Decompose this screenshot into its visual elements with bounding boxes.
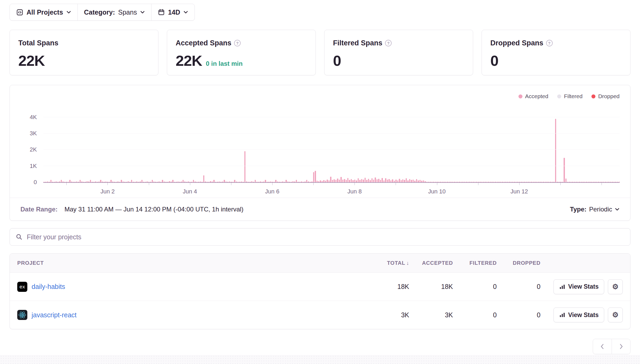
column-header-dropped[interactable]: Dropped — [497, 260, 540, 266]
chart-bar — [131, 180, 132, 182]
column-header-total[interactable]: Total↓ — [365, 260, 409, 266]
chart-bar — [224, 180, 225, 182]
table-row: ex daily-habits 18K 18K 0 0 View Stats ⚙ — [10, 273, 630, 301]
projects-table: Project Total↓ Accepted Filtered Dropped… — [10, 253, 630, 329]
chart-bar — [397, 180, 398, 182]
project-settings-button[interactable]: ⚙ — [608, 279, 623, 294]
x-tick — [437, 183, 437, 185]
chart-bar — [332, 180, 333, 182]
gridline — [43, 133, 620, 133]
legend-label: Accepted — [525, 93, 548, 99]
view-stats-button[interactable]: View Stats — [553, 279, 604, 294]
chart-bar — [50, 180, 51, 182]
page-background-texture — [0, 355, 640, 364]
type-label: Type: — [570, 206, 586, 213]
gridline — [43, 117, 620, 117]
x-tick-label: Jun 10 — [428, 188, 446, 195]
project-filter-label: All Projects — [27, 8, 63, 16]
filtered-cell: 0 — [453, 283, 497, 291]
chart-bar — [323, 180, 324, 182]
help-icon[interactable]: ? — [234, 40, 241, 46]
column-header-filtered[interactable]: Filtered — [453, 260, 497, 266]
chart-bar — [340, 177, 341, 182]
stat-cards-row: Total Spans 22K Accepted Spans ? 22K 0 i… — [10, 30, 630, 75]
chevron-down-icon — [615, 208, 620, 211]
category-filter-dropdown[interactable]: Category: Spans — [77, 4, 152, 20]
help-icon[interactable]: ? — [546, 40, 553, 46]
chart-bar — [356, 180, 357, 182]
project-link[interactable]: javascript-react — [32, 311, 77, 319]
chart-bar — [334, 179, 335, 182]
x-tick-label: Jun 6 — [265, 188, 279, 195]
gridline — [43, 149, 620, 150]
chart-bar — [346, 180, 347, 182]
chart-bar — [296, 180, 297, 183]
filtered-cell: 0 — [453, 311, 497, 319]
chart-bar — [110, 180, 111, 182]
column-header-accepted[interactable]: Accepted — [409, 260, 453, 266]
usage-stats-page: All Projects Category: Spans 14D Total S… — [0, 0, 640, 364]
accepted-dot-icon — [518, 94, 522, 98]
x-tick — [272, 183, 273, 185]
chart-bar — [365, 178, 366, 182]
chart-bar — [409, 179, 410, 182]
category-label: Category: — [84, 8, 115, 16]
category-value: Spans — [118, 8, 137, 16]
filter-bar: All Projects Category: Spans 14D — [10, 4, 195, 21]
legend-item-filtered[interactable]: Filtered — [557, 93, 582, 99]
chart-plot — [43, 111, 620, 182]
x-tick — [107, 183, 108, 185]
x-tick-label: Jun 2 — [100, 188, 115, 195]
x-tick-label: Jun 8 — [347, 188, 362, 195]
chart-bar — [392, 179, 393, 182]
expo-platform-icon: ex — [17, 282, 27, 292]
chart-bar — [162, 180, 163, 182]
chart-bar — [80, 180, 81, 182]
table-row: javascript-react 3K 3K 0 0 View Stats ⚙ — [10, 301, 630, 329]
y-tick-label: 2K — [30, 146, 37, 153]
chart-bar — [418, 180, 419, 182]
type-dropdown[interactable]: Type: Periodic — [570, 206, 620, 213]
view-stats-button[interactable]: View Stats — [553, 307, 604, 322]
card-total-spans: Total Spans 22K — [10, 30, 158, 75]
help-icon[interactable]: ? — [385, 40, 392, 46]
chart-bar — [387, 180, 388, 182]
chart-bar — [373, 180, 374, 182]
legend-item-accepted[interactable]: Accepted — [518, 93, 548, 99]
chart-bar — [380, 180, 381, 182]
chart-bar — [377, 179, 378, 182]
chart-bar — [371, 178, 373, 182]
project-link[interactable]: daily-habits — [32, 283, 65, 291]
previous-page-button[interactable] — [593, 339, 612, 354]
next-page-button[interactable] — [612, 339, 630, 354]
x-tick — [602, 183, 602, 185]
calendar-icon — [158, 9, 165, 16]
search-input[interactable] — [27, 233, 624, 241]
chart-bar — [344, 179, 345, 182]
y-axis-labels: 01K2K3K4K — [20, 111, 37, 182]
chart-bar — [363, 180, 364, 182]
chart-bar — [335, 180, 336, 182]
react-platform-icon — [17, 310, 27, 320]
legend-item-dropped[interactable]: Dropped — [591, 93, 620, 99]
x-tick — [231, 183, 231, 185]
card-title: Dropped Spans — [490, 39, 543, 47]
chart-bar — [378, 179, 379, 183]
chart-bar — [100, 180, 101, 182]
chart-bar — [388, 179, 390, 182]
chart-bar — [90, 180, 91, 183]
gear-icon: ⚙ — [612, 283, 619, 291]
project-settings-button[interactable]: ⚙ — [608, 307, 623, 322]
chart-bar — [339, 180, 340, 182]
date-range-dropdown[interactable]: 14D — [151, 4, 194, 20]
chart-bar — [416, 179, 417, 182]
card-dropped-spans: Dropped Spans ? 0 — [482, 30, 630, 75]
chart-bar — [347, 178, 348, 182]
project-search-box — [10, 228, 630, 246]
period-value: 14D — [168, 8, 180, 16]
chart-bar — [275, 180, 276, 182]
chart-bar — [121, 180, 122, 182]
project-filter-dropdown[interactable]: All Projects — [10, 4, 77, 20]
legend-label: Dropped — [598, 93, 620, 99]
chart-bar — [320, 180, 321, 182]
